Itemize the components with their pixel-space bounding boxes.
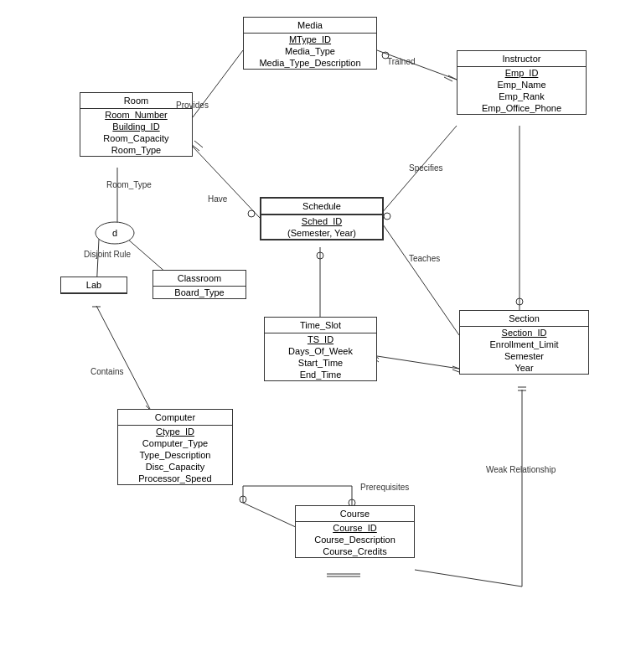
have-label: Have: [208, 194, 227, 204]
classroom-entity: Classroom Board_Type: [152, 270, 246, 299]
svg-point-9: [248, 210, 255, 217]
svg-line-2: [448, 75, 457, 80]
weak-relationship-label: Weak Relationship: [486, 465, 556, 474]
provides-label: Provides: [176, 101, 209, 110]
schedule-entity: Schedule Sched_ID (Semester, Year): [260, 197, 384, 240]
schedule-attr-0: Sched_ID: [261, 215, 382, 227]
schedule-attr-1: (Semester, Year): [261, 227, 382, 239]
course-attr-0: Course_ID: [296, 522, 414, 534]
section-entity: Section Section_ID Enrollment_Limit Seme…: [459, 310, 589, 375]
course-title: Course: [296, 506, 414, 522]
room-attr-3: Room_Type: [80, 144, 192, 156]
trained-label: Trained: [387, 57, 416, 66]
svg-point-17: [317, 252, 323, 259]
room-attr-1: Building_ID: [80, 121, 192, 132]
svg-line-3: [444, 77, 452, 81]
instructor-attr-1: Emp_Name: [457, 79, 586, 90]
svg-point-13: [384, 213, 390, 220]
computer-attr-4: Processor_Speed: [118, 473, 232, 484]
media-title: Media: [244, 18, 376, 34]
timeslot-attr-2: Start_Time: [265, 357, 376, 369]
classroom-title: Classroom: [153, 271, 246, 287]
prerequisites-label: Prerequisites: [360, 483, 409, 492]
svg-line-30: [96, 306, 151, 411]
media-attr-1: Media_Type: [244, 45, 376, 57]
section-attr-1: Enrollment_Limit: [460, 339, 588, 350]
timeslot-entity: Time_Slot TS_ID Days_Of_Week Start_Time …: [264, 317, 377, 381]
lab-title: Lab: [61, 277, 127, 293]
timeslot-attr-0: TS_ID: [265, 333, 376, 345]
svg-line-38: [243, 503, 297, 528]
timeslot-attr-1: Days_Of_Week: [265, 345, 376, 357]
media-attr-0: MType_ID: [244, 34, 376, 45]
timeslot-title: Time_Slot: [265, 318, 376, 333]
instructor-attr-2: Emp_Rank: [457, 90, 586, 102]
svg-line-24: [452, 370, 459, 372]
svg-line-23: [452, 366, 459, 369]
section-title: Section: [460, 311, 588, 327]
media-entity: Media MType_ID Media_Type Media_Type_Des…: [243, 17, 377, 70]
svg-text:d: d: [112, 228, 117, 238]
lab-entity: Lab: [60, 277, 127, 294]
roomtype-label: Room_Type: [106, 180, 152, 189]
computer-attr-2: Type_Description: [118, 449, 232, 461]
classroom-attr-0: Board_Type: [153, 287, 246, 298]
instructor-entity: Instructor Emp_ID Emp_Name Emp_Rank Emp_…: [457, 50, 587, 115]
svg-point-42: [240, 496, 246, 503]
timeslot-attr-3: End_Time: [265, 369, 376, 380]
room-attr-2: Room_Capacity: [80, 132, 192, 144]
svg-line-20: [377, 356, 459, 369]
svg-line-18: [381, 222, 459, 335]
computer-attr-0: Ctype_ID: [118, 426, 232, 437]
section-attr-2: Semester: [460, 350, 588, 362]
disjoint-label: Disjoint Rule: [84, 250, 131, 259]
svg-line-11: [194, 141, 203, 147]
disjoint-ellipse: d: [94, 220, 136, 246]
contains-label: Contains: [90, 367, 123, 376]
computer-attr-1: Computer_Type: [118, 437, 232, 449]
section-attr-3: Year: [460, 362, 588, 374]
course-entity: Course Course_ID Course_Description Cour…: [295, 505, 415, 558]
course-attr-1: Course_Description: [296, 534, 414, 545]
instructor-attr-0: Emp_ID: [457, 67, 586, 79]
computer-title: Computer: [118, 410, 232, 426]
section-attr-0: Section_ID: [460, 327, 588, 339]
computer-attr-3: Disc_Capacity: [118, 461, 232, 473]
svg-line-35: [415, 570, 522, 587]
teaches-label: Teaches: [409, 254, 440, 263]
computer-entity: Computer Ctype_ID Computer_Type Type_Des…: [117, 409, 233, 485]
course-attr-2: Course_Credits: [296, 545, 414, 557]
svg-line-8: [193, 147, 260, 218]
schedule-title: Schedule: [261, 199, 382, 215]
instructor-attr-3: Emp_Office_Phone: [457, 102, 586, 114]
instructor-title: Instructor: [457, 51, 586, 67]
svg-point-15: [516, 298, 523, 305]
erd-diagram: Media MType_ID Media_Type Media_Type_Des…: [0, 0, 641, 672]
room-attr-0: Room_Number: [80, 109, 192, 121]
media-attr-2: Media_Type_Description: [244, 57, 376, 69]
specifies-label: Specifies: [409, 163, 443, 173]
